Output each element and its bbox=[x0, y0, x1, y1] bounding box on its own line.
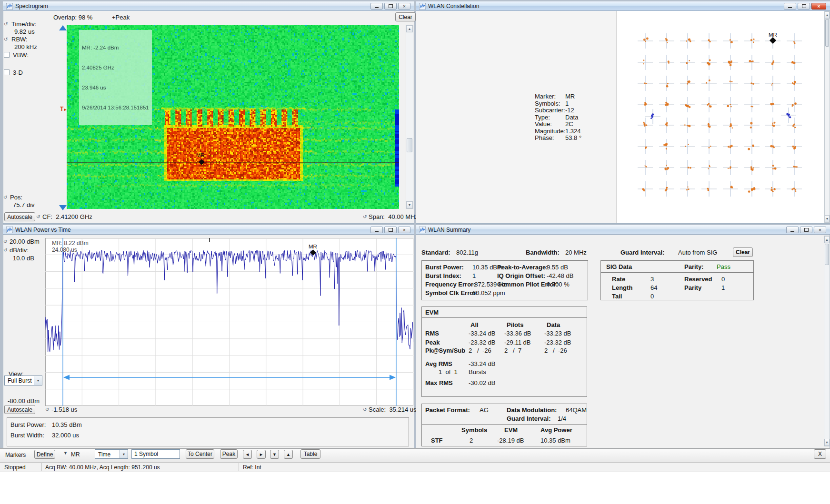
packet-row-label: STF bbox=[431, 437, 443, 444]
summary-titlebar[interactable]: WLAN Summary × bbox=[416, 225, 830, 235]
trigger-marker[interactable]: T► bbox=[60, 106, 67, 113]
evm-value: -29.11 dB bbox=[504, 339, 530, 346]
toolbar-close-button[interactable]: X bbox=[814, 449, 826, 459]
marker-step-input[interactable] bbox=[131, 449, 180, 459]
scrollbar-down-button[interactable]: ▼ bbox=[824, 439, 830, 446]
spectrogram-autoscale-button[interactable]: Autoscale bbox=[4, 212, 35, 221]
maximize-button[interactable] bbox=[384, 227, 397, 233]
maximize-button[interactable] bbox=[800, 227, 812, 233]
bandwidth-value[interactable]: 20 MHz bbox=[565, 249, 587, 256]
summary-scrollbar[interactable]: ▲ ▼ bbox=[824, 236, 830, 446]
sig-row-label: Rate bbox=[612, 276, 625, 283]
burst-info-label: Burst Index: bbox=[425, 272, 461, 279]
data-modulation-label: Data Modulation: bbox=[507, 406, 557, 414]
scrollbar-down-button[interactable]: ▼ bbox=[406, 201, 413, 208]
spectrogram-marker-label: MR bbox=[196, 152, 205, 158]
packet-row-avg-power: 10.35 dBm bbox=[540, 437, 570, 444]
packet-col-header: Symbols bbox=[461, 426, 487, 434]
power-autoscale-button[interactable]: Autoscale bbox=[4, 405, 35, 414]
minimize-button[interactable] bbox=[786, 227, 799, 233]
overlap-value[interactable]: 98 % bbox=[79, 14, 93, 21]
to-center-button[interactable]: To Center bbox=[186, 449, 214, 459]
trace-function-label[interactable]: +Peak bbox=[112, 14, 130, 21]
constellation-scrollbar[interactable]: ▲ ▼ bbox=[824, 11, 830, 223]
define-button[interactable]: Define bbox=[34, 450, 55, 459]
vbw-checkbox[interactable] bbox=[4, 52, 10, 58]
adjust-icon: ↺ bbox=[3, 248, 7, 253]
packet-row-evm: -28.19 dB bbox=[497, 437, 524, 444]
table-button[interactable]: Table bbox=[300, 449, 320, 459]
constellation-titlebar[interactable]: WLAN Constellation × bbox=[416, 1, 830, 11]
separator bbox=[600, 272, 754, 273]
minimize-button[interactable] bbox=[370, 3, 383, 10]
minimize-button[interactable] bbox=[784, 3, 796, 10]
cf-value[interactable]: 2.41200 GHz bbox=[56, 213, 92, 220]
cf-label: CF: bbox=[42, 213, 52, 220]
evm-col-header: Pilots bbox=[507, 321, 523, 328]
scrollbar-thumb[interactable] bbox=[825, 19, 829, 47]
scroll-position-top-icon[interactable] bbox=[59, 25, 67, 30]
summary-clear-button[interactable]: Clear bbox=[733, 247, 753, 257]
scrollbar-up-button[interactable]: ▲ bbox=[824, 236, 830, 243]
separator bbox=[421, 424, 587, 425]
selected-marker-name[interactable]: MR bbox=[71, 451, 80, 458]
x-start-value[interactable]: -1.518 us bbox=[51, 406, 77, 413]
standard-value[interactable]: 802.11g bbox=[456, 249, 478, 256]
time-div-value[interactable]: 9.82 us bbox=[14, 28, 35, 35]
spectrogram-clear-button[interactable]: Clear bbox=[395, 12, 416, 21]
marker-down-button[interactable]: ▼ bbox=[270, 450, 279, 459]
const-info-label: Subcarrier: bbox=[535, 107, 565, 114]
scrollbar-up-button[interactable]: ▲ bbox=[825, 11, 830, 19]
burst-info-value: 60.052 ppm bbox=[472, 289, 505, 296]
scrollbar-down-button[interactable]: ▼ bbox=[825, 215, 830, 222]
view-dropdown[interactable]: Full Burst ▼ bbox=[4, 376, 42, 385]
span-field[interactable]: Span: 40.00 MHz bbox=[369, 213, 418, 220]
cf-field[interactable]: CF: 2.41200 GHz bbox=[42, 213, 92, 220]
span-value[interactable]: 40.00 MHz bbox=[388, 213, 418, 220]
rbw-value[interactable]: 200 kHz bbox=[14, 43, 37, 50]
scrollbar-thumb[interactable] bbox=[407, 138, 412, 152]
close-button[interactable]: × bbox=[811, 3, 826, 10]
separator bbox=[239, 463, 239, 471]
packet-format-label: Packet Format: bbox=[425, 406, 470, 414]
power-plot[interactable] bbox=[45, 238, 413, 406]
evm-col-header: All bbox=[470, 321, 479, 328]
minimize-button[interactable] bbox=[370, 227, 383, 233]
3d-checkbox[interactable] bbox=[4, 69, 10, 75]
overlap-field[interactable]: Overlap: 98 % bbox=[53, 14, 92, 21]
evm-row-label: Pk@Sym/Sub bbox=[425, 347, 465, 354]
time-div-label: Time/div: bbox=[11, 20, 36, 28]
close-button[interactable]: × bbox=[398, 227, 410, 233]
marker-right-button[interactable]: ► bbox=[257, 450, 266, 459]
spectrogram-scrollbar[interactable]: ▲ ▼ bbox=[406, 25, 413, 209]
chevron-down-icon[interactable]: ▼ bbox=[63, 451, 68, 455]
db-div-value[interactable]: 10.0 dB bbox=[13, 255, 34, 262]
burst-info-label: IQ Origin Offset: bbox=[497, 272, 545, 279]
marker-up-button[interactable]: ▲ bbox=[284, 450, 293, 459]
window-title: WLAN Constellation bbox=[428, 3, 479, 10]
power-vs-time-titlebar[interactable]: WLAN Power vs Time × bbox=[3, 225, 414, 235]
constellation-plot-area[interactable] bbox=[616, 11, 824, 223]
scrollbar-thumb[interactable] bbox=[825, 244, 829, 265]
bottom-reference-value[interactable]: -80.00 dBm bbox=[8, 397, 40, 405]
top-reference-value[interactable]: 20.00 dBm bbox=[10, 238, 40, 245]
guard-interval-value[interactable]: Auto from SIG bbox=[678, 249, 717, 256]
peak-button[interactable]: Peak bbox=[220, 449, 238, 459]
close-button[interactable]: × bbox=[398, 3, 410, 10]
const-info-label: Value: bbox=[535, 120, 552, 128]
const-info-label: Phase: bbox=[535, 134, 554, 141]
maximize-button[interactable] bbox=[798, 3, 810, 10]
scale-field[interactable]: Scale: 35.214 us bbox=[369, 406, 416, 413]
acquisition-state: Stopped bbox=[4, 464, 26, 471]
constellation-plot[interactable] bbox=[617, 11, 825, 223]
marker-domain-dropdown[interactable]: Time ▼ bbox=[95, 449, 128, 459]
scrollbar-up-button[interactable]: ▲ bbox=[406, 25, 413, 32]
maximize-button[interactable] bbox=[384, 3, 397, 10]
spectrogram-titlebar[interactable]: Spectrogram × bbox=[3, 1, 414, 11]
scroll-position-bottom-icon[interactable] bbox=[59, 205, 67, 210]
sig-row-label: Tail bbox=[612, 293, 622, 300]
close-button[interactable]: × bbox=[814, 227, 826, 233]
pos-value[interactable]: 75.7 div bbox=[13, 201, 35, 208]
scale-value[interactable]: 35.214 us bbox=[389, 406, 416, 413]
marker-left-button[interactable]: ◄ bbox=[243, 450, 252, 459]
